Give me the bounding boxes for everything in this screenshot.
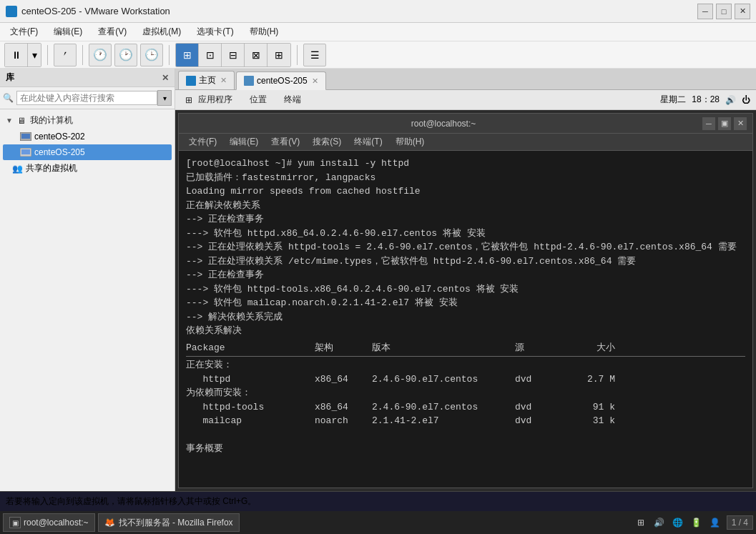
tray-icon-3[interactable]: 🌐 (671, 515, 685, 530)
autofit-button[interactable]: ⊞ (267, 44, 290, 66)
term-menu-file[interactable]: 文件(F) (183, 134, 222, 149)
manage-snapshots-button[interactable]: 🕑 (114, 44, 137, 66)
nav-terminal[interactable]: 终端 (280, 92, 305, 107)
tab-centos205-close[interactable]: ✕ (312, 76, 318, 86)
col-header-arch: 架构 (315, 341, 372, 355)
snapshot-button[interactable]: 🕐 (89, 44, 112, 66)
src-httpd: dvd (515, 372, 572, 387)
vm-icon-202 (20, 131, 31, 142)
size-httpd: 2.7 M (572, 372, 615, 387)
preferences-button[interactable]: ☰ (303, 44, 326, 66)
nav-apps[interactable]: ⊞ 应用程序 (181, 92, 237, 107)
menu-file[interactable]: 文件(F) (3, 24, 45, 39)
src-httpd-tools: dvd (515, 400, 572, 415)
tray-icon-2[interactable]: 🔊 (652, 515, 667, 530)
tab-home-close[interactable]: ✕ (220, 76, 227, 85)
nav-apps-label: 应用程序 (198, 94, 232, 106)
sidebar-item-centos205[interactable]: centeOS-205 (3, 144, 172, 160)
tray-icon-4[interactable]: 🔋 (689, 515, 704, 530)
vm-label-202: centeOS-202 (34, 132, 85, 142)
vm-tab-icon (244, 76, 254, 86)
sidebar-item-shared[interactable]: 👥 共享的虚拟机 (3, 160, 172, 177)
term-line-11: --> 解决依赖关系完成 (186, 310, 745, 325)
weekday-text: 星期二 (660, 94, 686, 106)
send-ctrl-alt-del-button[interactable]: ⎖ (54, 44, 77, 66)
term-menu-help[interactable]: 帮助(H) (390, 134, 431, 149)
menu-tab[interactable]: 选项卡(T) (190, 24, 240, 39)
home-tab-icon (186, 76, 196, 86)
search-input[interactable] (16, 91, 157, 105)
ver-httpd-tools: 2.4.6-90.el7.centos (372, 400, 515, 415)
sidebar-title: 库 (6, 71, 14, 84)
shared-label: 共享的虚拟机 (26, 162, 77, 174)
close-button[interactable]: ✕ (735, 4, 750, 19)
terminal-close-button[interactable]: ✕ (734, 117, 747, 130)
nav-terminal-label: 终端 (284, 94, 301, 106)
menu-vm[interactable]: 虚拟机(M) (135, 24, 188, 39)
col-header-size: 大小 (572, 341, 615, 355)
pause-dropdown[interactable]: ▾ (28, 44, 41, 66)
volume-icon[interactable]: 🔊 (725, 95, 736, 105)
main-layout: 库 ✕ 🔍 ▾ ▼ 🖥 我的计算机 centeOS-202 (0, 69, 756, 491)
term-line-2: Loading mirror speeds from cached hostfi… (186, 184, 745, 199)
pkg-mailcap: mailcap (186, 414, 315, 428)
vm-nav-bar: ⊞ 应用程序 位置 终端 星期二 18：28 🔊 ⏻ (175, 90, 756, 110)
term-line-3: 正在解决依赖关系 (186, 199, 745, 213)
tab-home[interactable]: 主页 ✕ (178, 71, 235, 89)
svg-rect-1 (21, 134, 30, 139)
term-blank3 (186, 428, 745, 442)
window-controls: ─ □ ✕ (697, 4, 750, 19)
terminal-maximize-button[interactable]: ▣ (718, 117, 731, 130)
pause-button[interactable]: ⏸ (5, 44, 28, 66)
menu-bar: 文件(F) 编辑(E) 查看(V) 虚拟机(M) 选项卡(T) 帮助(H) (0, 23, 756, 41)
src-mailcap: dvd (515, 414, 572, 428)
term-menu-view[interactable]: 查看(V) (265, 134, 305, 149)
sidebar-close-icon[interactable]: ✕ (162, 73, 169, 83)
unity-button[interactable]: ⊡ (199, 44, 222, 66)
arch-httpd: x86_64 (315, 372, 372, 387)
apps-icon: ⊞ (185, 95, 195, 105)
my-computer-header[interactable]: ▼ 🖥 我的计算机 (3, 112, 172, 129)
stretched-button[interactable]: ⊠ (245, 44, 267, 66)
menu-help[interactable]: 帮助(H) (242, 24, 286, 39)
terminal-taskbar-icon: ▣ (9, 517, 21, 528)
toolbar-sep-4 (297, 45, 298, 65)
table-row-httpd: httpd x86_64 2.4.6-90.el7.centos dvd 2.7… (186, 372, 745, 387)
terminal-window-controls: ─ ▣ ✕ (702, 117, 747, 130)
power-icon[interactable]: ⏻ (742, 95, 750, 105)
search-icon: 🔍 (3, 93, 14, 103)
time-text: 18：28 (692, 94, 720, 106)
toolbar: ⏸ ▾ ⎖ 🕐 🕑 🕒 ⊞ ⊡ ⊟ ⊠ ⊞ ☰ (0, 41, 756, 69)
menu-edit[interactable]: 编辑(E) (46, 24, 89, 39)
minimize-button[interactable]: ─ (697, 4, 713, 19)
toolbar-sep-2 (82, 45, 83, 65)
maximize-button[interactable]: □ (716, 4, 732, 19)
term-menu-search[interactable]: 搜索(S) (307, 134, 347, 149)
tab-bar: 主页 ✕ centeOS-205 ✕ (175, 69, 756, 90)
tray-icon-5[interactable]: 👤 (708, 515, 722, 530)
computer-icon: 🖥 (16, 115, 27, 127)
terminal-output[interactable]: [root@localhost ~]# yum install -y httpd… (179, 151, 752, 488)
menu-view[interactable]: 查看(V) (91, 24, 134, 39)
col-header-source: 源 (515, 341, 572, 355)
taskbar-terminal[interactable]: ▣ root@localhost:~ (3, 513, 95, 532)
search-dropdown-button[interactable]: ▾ (157, 90, 172, 106)
term-menu-terminal[interactable]: 终端(T) (348, 134, 388, 149)
content-area: 主页 ✕ centeOS-205 ✕ ⊞ 应用程序 位置 终端 星期二 (175, 69, 756, 491)
tray-icon-1[interactable]: ⊞ (634, 515, 648, 530)
table-row-mailcap: mailcap noarch 2.1.41-2.el7 dvd 31 k (186, 414, 745, 428)
fullscreen-button[interactable]: ⊞ (176, 44, 199, 66)
taskbar-terminal-label: root@localhost:~ (24, 518, 89, 528)
my-computer-section: ▼ 🖥 我的计算机 centeOS-202 centeOS-205 (3, 112, 172, 177)
multimonitor-button[interactable]: ⊟ (222, 44, 245, 66)
taskbar-firefox[interactable]: 🦊 找不到服务器 - Mozilla Firefox (98, 513, 240, 532)
sidebar-header: 库 ✕ (0, 69, 175, 87)
sidebar-item-centos202[interactable]: centeOS-202 (3, 129, 172, 144)
tab-centos205[interactable]: centeOS-205 ✕ (236, 71, 326, 90)
term-menu-edit[interactable]: 编辑(E) (224, 134, 264, 149)
my-computer-label: 我的计算机 (30, 114, 73, 127)
term-line-5: ---> 软件包 httpd.x86_64.0.2.4.6-90.el7.cen… (186, 227, 745, 241)
nav-places[interactable]: 位置 (245, 92, 271, 107)
terminal-minimize-button[interactable]: ─ (702, 117, 715, 130)
revert-button[interactable]: 🕒 (140, 44, 163, 66)
